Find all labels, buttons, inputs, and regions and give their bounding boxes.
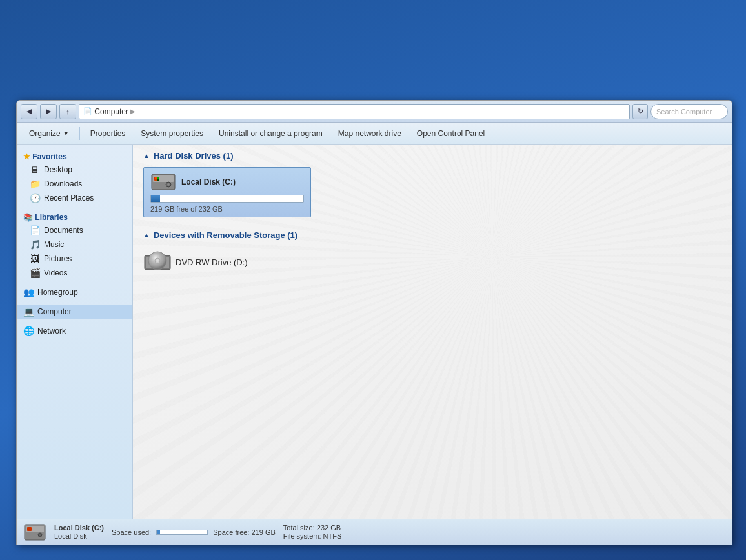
up-button[interactable]: ↑: [59, 104, 76, 119]
pictures-icon: 🖼: [30, 254, 40, 264]
homegroup-icon: 👥: [23, 287, 34, 297]
content-area: ★ Favorites 🖥 Desktop 📁 Downloads 🕐 Rece…: [17, 145, 732, 519]
status-space-used-label: Space used:: [112, 528, 151, 536]
sidebar-item-downloads[interactable]: 📁 Downloads: [17, 177, 132, 191]
status-file-system: File system: NTFS: [283, 532, 341, 540]
sidebar-item-documents[interactable]: 📄 Documents: [17, 223, 132, 237]
explorer-window: ◀ ▶ ↑ 📄 Computer ▶ ↻ Search Computer Org…: [16, 100, 732, 545]
sidebar-item-videos[interactable]: 🎬 Videos: [17, 266, 132, 280]
svg-rect-4: [155, 179, 157, 181]
sidebar-item-network[interactable]: 🌐 Network: [17, 324, 132, 338]
computer-icon: 💻: [23, 306, 34, 317]
star-icon: ★: [23, 152, 30, 161]
svg-point-13: [156, 259, 159, 262]
status-drive-info: Local Disk (C:) Local Disk: [54, 524, 104, 540]
documents-icon: 📄: [30, 225, 40, 235]
system-properties-button[interactable]: System properties: [134, 125, 210, 142]
toolbar-separator-1: [79, 127, 80, 140]
sidebar-item-computer[interactable]: 💻 Computer: [17, 305, 132, 319]
progress-bar-fill: [151, 195, 160, 202]
favorites-section: ★ Favorites 🖥 Desktop 📁 Downloads 🕐 Rece…: [17, 150, 132, 205]
open-control-panel-button[interactable]: Open Control Panel: [410, 125, 492, 142]
refresh-button[interactable]: ↻: [632, 104, 648, 119]
main-panel: ▲ Hard Disk Drives (1): [133, 145, 732, 519]
local-disk-c-size: 219 GB free of 232 GB: [150, 205, 304, 213]
dvd-icon: [143, 249, 169, 275]
status-hdd-icon: [23, 523, 46, 541]
svg-rect-5: [157, 177, 159, 179]
local-disk-c-item[interactable]: Local Disk (C:) 219 GB free of 232 GB: [143, 167, 311, 217]
status-drive-label: Local Disk (C:): [54, 524, 104, 532]
libraries-section: 📚 Libraries 📄 Documents 🎵 Music 🖼 Pictur…: [17, 210, 132, 280]
network-icon: 🌐: [23, 326, 34, 336]
svg-point-8: [167, 183, 170, 186]
svg-rect-3: [155, 177, 157, 179]
libraries-icon: 📚: [23, 213, 33, 222]
status-mini-progress: [156, 530, 208, 535]
search-box[interactable]: Search Computer: [650, 104, 728, 119]
status-drive-type: Local Disk: [54, 532, 104, 540]
sidebar-item-pictures[interactable]: 🖼 Pictures: [17, 252, 132, 266]
homegroup-section: 👥 Homegroup: [17, 285, 132, 299]
status-space-free: Space free: 219 GB: [213, 528, 276, 536]
sidebar-item-music[interactable]: 🎵 Music: [17, 237, 132, 252]
organize-button[interactable]: Organize ▼: [22, 125, 76, 142]
network-section: 🌐 Network: [17, 324, 132, 338]
hard-disk-drives-container: Local Disk (C:) 219 GB free of 232 GB: [143, 167, 721, 217]
music-icon: 🎵: [30, 239, 40, 250]
properties-button[interactable]: Properties: [83, 125, 133, 142]
status-mini-progress-fill: [157, 530, 160, 534]
svg-rect-16: [27, 527, 32, 531]
address-computer: Computer: [94, 107, 128, 116]
address-path[interactable]: 📄 Computer ▶: [79, 104, 630, 119]
address-arrow: ▶: [130, 108, 136, 115]
hdd-icon: [150, 172, 176, 192]
recent-places-icon: 🕐: [30, 193, 40, 203]
local-disk-c-progress: [150, 195, 304, 203]
local-disk-c-label: Local Disk (C:): [181, 177, 236, 186]
libraries-header: 📚 Libraries: [17, 210, 132, 223]
videos-icon: 🎬: [30, 268, 40, 278]
downloads-icon: 📁: [30, 179, 40, 189]
removable-section-header: ▲ Devices with Removable Storage (1): [143, 230, 721, 240]
map-network-button[interactable]: Map network drive: [331, 125, 408, 142]
hard-disk-section-header: ▲ Hard Disk Drives (1): [143, 151, 721, 161]
uninstall-button[interactable]: Uninstall or change a program: [212, 125, 330, 142]
status-space-info: Space used: Space free: 219 GB: [112, 528, 276, 536]
search-placeholder: Search Computer: [656, 108, 712, 115]
hard-disk-arrow: ▲: [143, 152, 150, 159]
sidebar: ★ Favorites 🖥 Desktop 📁 Downloads 🕐 Rece…: [17, 145, 133, 519]
dvd-drive-item[interactable]: DVD RW Drive (D:): [143, 246, 721, 277]
favorites-header: ★ Favorites: [17, 150, 132, 163]
toolbar: Organize ▼ Properties System properties …: [17, 123, 732, 145]
status-total-size: Total size: 232 GB: [283, 524, 341, 532]
computer-section: 💻 Computer: [17, 305, 132, 319]
svg-rect-6: [157, 179, 159, 181]
svg-point-17: [38, 533, 42, 537]
status-bar: Local Disk (C:) Local Disk Space used: S…: [17, 519, 732, 545]
dvd-drive-label: DVD RW Drive (D:): [176, 257, 248, 267]
desktop-icon: 🖥: [30, 165, 40, 175]
local-disk-c-header: Local Disk (C:): [150, 172, 304, 192]
status-size-info: Total size: 232 GB File system: NTFS: [283, 524, 341, 540]
sidebar-item-homegroup[interactable]: 👥 Homegroup: [17, 285, 132, 299]
address-bar: ◀ ▶ ↑ 📄 Computer ▶ ↻ Search Computer: [17, 101, 732, 123]
removable-arrow: ▲: [143, 232, 150, 239]
back-button[interactable]: ◀: [21, 104, 37, 119]
sidebar-item-desktop[interactable]: 🖥 Desktop: [17, 163, 132, 177]
forward-button[interactable]: ▶: [40, 104, 57, 119]
sidebar-item-recent-places[interactable]: 🕐 Recent Places: [17, 191, 132, 205]
